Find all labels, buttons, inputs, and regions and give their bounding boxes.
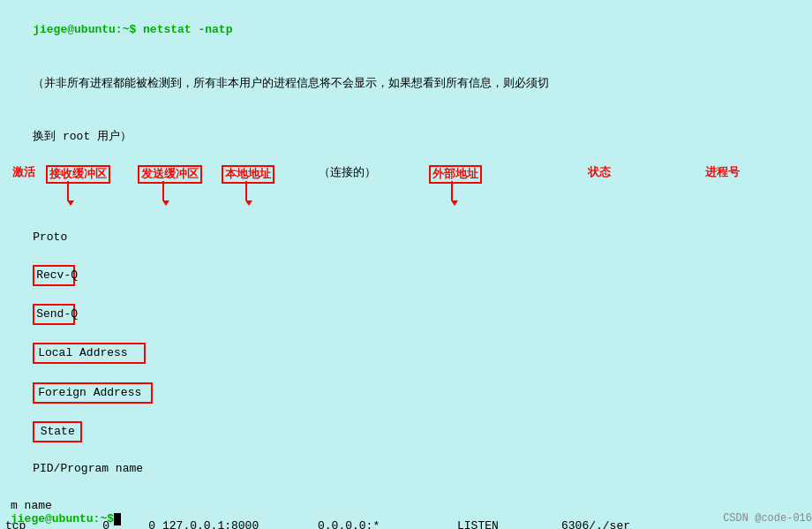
bottom-prompt-text: jiege@ubuntu:~$ <box>11 512 114 525</box>
col-header-proto: Proto <box>33 229 82 246</box>
annot-pid: 进程号 <box>705 165 740 180</box>
bottom-prompt: jiege@ubuntu:~$ <box>11 512 121 525</box>
annot-local: 本地地址 <box>222 165 274 184</box>
table-header: Proto Recv-Q Send-Q Local Address Foreig… <box>5 211 807 495</box>
arrow-recvq-head <box>67 200 74 206</box>
annot-active: 激活 <box>12 165 35 180</box>
arrow-recvq <box>67 181 69 200</box>
col-header-pid: PID/Program name <box>33 462 143 475</box>
col-header-foreign: Foreign Address <box>33 382 153 404</box>
annot-local-box: 本地地址 <box>222 165 274 184</box>
arrow-sendq <box>162 181 164 200</box>
prompt: jiege@ubuntu:~$ netstat -natp <box>33 23 232 36</box>
cursor <box>114 513 121 525</box>
note-line2: 换到 root 用户） <box>5 110 807 163</box>
annot-foreign: 外部地址 <box>429 165 482 184</box>
bottom-bar: jiege@ubuntu:~$ CSDN @code-016 <box>5 512 812 525</box>
csdn-watermark: CSDN @code-016 <box>723 512 812 525</box>
annot-connect: （连接的） <box>319 165 376 180</box>
col-header-sendq: Send-Q <box>33 304 75 325</box>
terminal-window: jiege@ubuntu:~$ netstat -natp （并非所有进程都能被… <box>0 0 812 529</box>
arrow-sendq-head <box>162 200 169 206</box>
arrow-local-head <box>245 200 252 206</box>
command-line: jiege@ubuntu:~$ netstat -natp <box>5 4 807 57</box>
note-line1: （并非所有进程都能被检测到，所有非本用户的进程信息将不会显示，如果想看到所有信息… <box>5 57 807 110</box>
annot-recvq-box: 接收缓冲区 <box>46 165 110 184</box>
annot-state: 状态 <box>588 165 611 180</box>
annot-foreign-box: 外部地址 <box>429 165 482 184</box>
arrow-foreign <box>451 181 453 200</box>
col-header-state: State <box>33 421 82 442</box>
annot-sendq: 发送缓冲区 <box>138 165 202 184</box>
arrow-foreign-head <box>451 200 458 206</box>
annot-sendq-box: 发送缓冲区 <box>138 165 202 184</box>
arrow-local <box>245 181 247 200</box>
col-header-recvq: Recv-Q <box>33 265 75 286</box>
col-header-local: Local Address <box>33 343 146 364</box>
annot-recvq: 接收缓冲区 <box>46 165 110 184</box>
